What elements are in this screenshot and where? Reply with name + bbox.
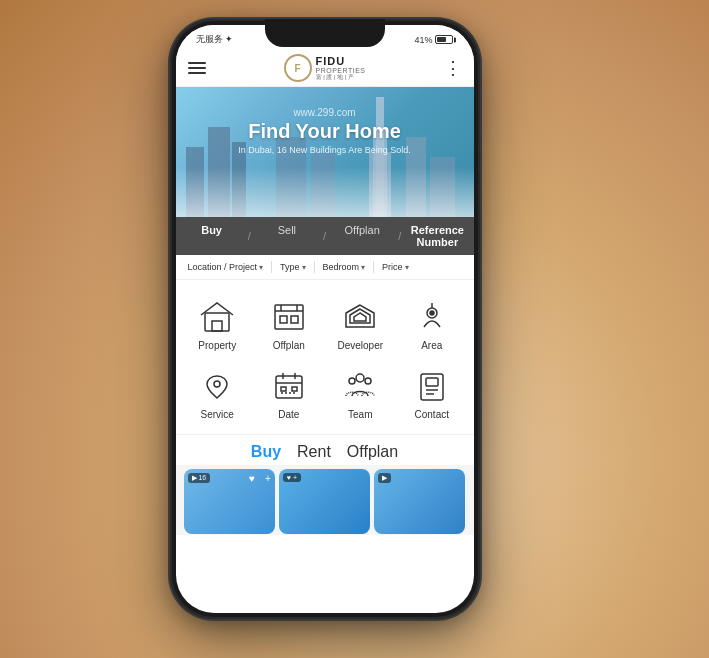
filter-bedroom-arrow: ▾: [361, 263, 365, 272]
icon-item-offplan[interactable]: Offplan: [255, 292, 323, 357]
property-tabs: Buy Rent Offplan: [176, 434, 474, 465]
svg-point-34: [365, 378, 371, 384]
svg-rect-13: [275, 305, 303, 329]
logo-circle: F: [284, 54, 312, 82]
filter-divider-1: [271, 261, 272, 273]
phone-device: 无服务 ✦ 09:08 41% F: [170, 19, 480, 619]
svg-rect-29: [281, 387, 286, 391]
offplan-label: Offplan: [273, 340, 305, 351]
filter-price[interactable]: Price ▾: [378, 260, 413, 274]
developer-icon: [341, 298, 379, 336]
filter-divider-3: [373, 261, 374, 273]
svg-rect-10: [176, 167, 474, 217]
more-options-icon[interactable]: ⋮: [444, 57, 462, 79]
prop-tab-offplan[interactable]: Offplan: [347, 443, 398, 461]
svg-point-32: [356, 374, 364, 382]
contact-icon: [413, 367, 451, 405]
hero-title: Find Your Home: [176, 120, 474, 143]
svg-rect-30: [292, 387, 297, 391]
filter-location-label: Location / Project: [188, 262, 258, 272]
hero-watermark: www.299.com: [176, 107, 474, 118]
team-icon: [341, 367, 379, 405]
svg-point-24: [214, 381, 220, 387]
svg-rect-17: [280, 316, 287, 323]
icon-item-service[interactable]: Service: [184, 361, 252, 426]
menu-icon[interactable]: [188, 62, 206, 74]
logo-main: FIDU: [316, 56, 366, 67]
filter-location[interactable]: Location / Project ▾: [184, 260, 268, 274]
battery-percent: 41%: [414, 35, 432, 45]
card-badge-3: ▶: [378, 473, 391, 483]
logo-chinese: 富 | 渡 | 地 | 产: [316, 74, 366, 80]
scene: 无服务 ✦ 09:08 41% F: [0, 0, 709, 658]
svg-point-23: [430, 311, 434, 315]
svg-rect-25: [276, 376, 302, 398]
tab-sell[interactable]: Sell: [251, 217, 323, 255]
listing-card-3[interactable]: ▶: [374, 469, 465, 534]
svg-rect-18: [291, 316, 298, 323]
service-label: Service: [201, 409, 234, 420]
icon-item-date[interactable]: Date: [255, 361, 323, 426]
filter-bedroom-label: Bedroom: [323, 262, 360, 272]
icon-item-area[interactable]: Area: [398, 292, 466, 357]
phone-notch: [265, 19, 385, 47]
hero-section: www.299.com Find Your Home In Dubai, 16 …: [176, 87, 474, 217]
icon-item-contact[interactable]: Contact: [398, 361, 466, 426]
battery-fill: [437, 37, 446, 42]
brand-logo: F FIDU PROPERTIES 富 | 渡 | 地 | 产: [284, 54, 366, 82]
filter-type[interactable]: Type ▾: [276, 260, 310, 274]
phone-screen: 无服务 ✦ 09:08 41% F: [176, 25, 474, 613]
date-icon: [270, 367, 308, 405]
logo-text-block: FIDU PROPERTIES 富 | 渡 | 地 | 产: [316, 56, 366, 80]
listing-card-1[interactable]: ▶ 16 ♥ +: [184, 469, 275, 534]
contact-label: Contact: [415, 409, 449, 420]
card-badge-2: ♥ +: [283, 473, 301, 482]
prop-tab-buy[interactable]: Buy: [251, 443, 281, 461]
developer-label: Developer: [337, 340, 383, 351]
bottom-cards: ▶ 16 ♥ + ♥ + ▶: [176, 465, 474, 535]
area-icon: [413, 298, 451, 336]
status-signal: 无服务 ✦: [196, 33, 234, 46]
icon-item-property[interactable]: Property: [184, 292, 252, 357]
icon-item-team[interactable]: Team: [327, 361, 395, 426]
hero-text-block: www.299.com Find Your Home In Dubai, 16 …: [176, 107, 474, 155]
filter-type-label: Type: [280, 262, 300, 272]
logo-circle-text: F: [294, 63, 300, 74]
filter-bedroom[interactable]: Bedroom ▾: [319, 260, 370, 274]
filter-price-label: Price: [382, 262, 403, 272]
card-badge-1: ▶ 16: [188, 473, 211, 483]
tab-reference-number[interactable]: Reference Number: [401, 217, 473, 255]
property-icon: [198, 298, 236, 336]
logo-sub: PROPERTIES: [316, 67, 366, 74]
svg-point-33: [349, 378, 355, 384]
svg-rect-36: [426, 378, 438, 386]
filter-bar: Location / Project ▾ Type ▾ Bedroom ▾ Pr…: [176, 255, 474, 280]
filter-type-arrow: ▾: [302, 263, 306, 272]
tab-offplan[interactable]: Offplan: [326, 217, 398, 255]
prop-tab-rent[interactable]: Rent: [297, 443, 331, 461]
service-icon: [198, 367, 236, 405]
tab-buy[interactable]: Buy: [176, 217, 248, 255]
filter-location-arrow: ▾: [259, 263, 263, 272]
hero-subtitle: In Dubai, 16 New Buildings Are Being Sol…: [176, 145, 474, 155]
area-label: Area: [421, 340, 442, 351]
team-label: Team: [348, 409, 372, 420]
battery-icon: [435, 35, 453, 44]
status-battery-area: 41%: [414, 35, 453, 45]
card-heart-1: ♥: [249, 473, 255, 484]
filter-price-arrow: ▾: [405, 263, 409, 272]
property-label: Property: [198, 340, 236, 351]
icons-grid: Property Offplan: [176, 280, 474, 434]
filter-divider-2: [314, 261, 315, 273]
svg-rect-12: [212, 321, 222, 331]
offplan-icon: [270, 298, 308, 336]
card-plus-1: +: [265, 473, 271, 484]
nav-bar: F FIDU PROPERTIES 富 | 渡 | 地 | 产 ⋮: [176, 50, 474, 87]
listing-card-2[interactable]: ♥ +: [279, 469, 370, 534]
svg-rect-11: [205, 313, 229, 331]
svg-marker-21: [354, 313, 366, 321]
icon-item-developer[interactable]: Developer: [327, 292, 395, 357]
search-tabs: Buy / Sell / Offplan / Reference Number: [176, 217, 474, 255]
date-label: Date: [278, 409, 299, 420]
